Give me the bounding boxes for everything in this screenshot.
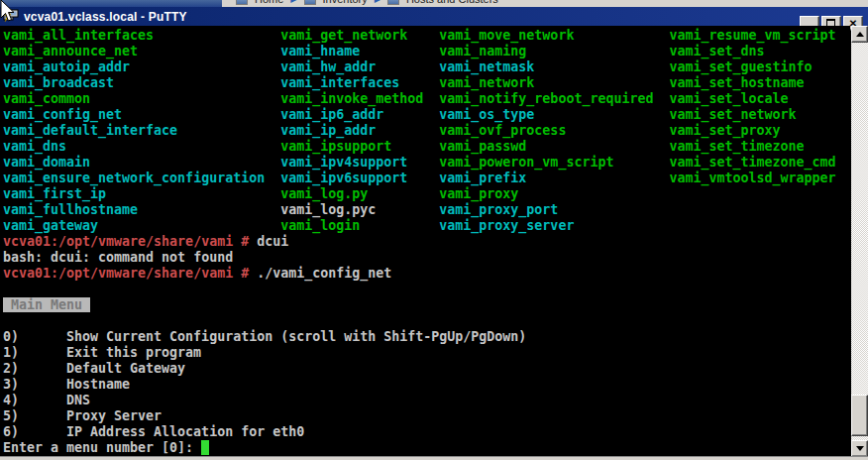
breadcrumb: Home ▶ Inventory ▶ Hosts and Clusters xyxy=(236,0,498,7)
terminal-text: vami_first_ip xyxy=(3,186,106,201)
terminal-text: vami_move_network xyxy=(439,28,574,43)
terminal-text: vami_autoip_addr xyxy=(3,59,130,74)
terminal-text: vami_set_timezone_cmd xyxy=(669,155,835,170)
terminal-text: vami_naming xyxy=(439,44,526,58)
breadcrumb-inventory[interactable]: Inventory xyxy=(323,0,368,5)
terminal-text: Default Gateway xyxy=(66,361,185,376)
scroll-down-button[interactable] xyxy=(851,440,868,457)
window-title: vcva01.vclass.local - PuTTY xyxy=(24,10,187,24)
terminal[interactable]: vami_all_interfacesvami_get_networkvami_… xyxy=(0,26,850,457)
terminal-text: vami_all_interfaces xyxy=(3,28,154,43)
terminal-text: vami_broadcast xyxy=(3,75,114,90)
terminal-text: vami_set_locale xyxy=(669,91,788,106)
terminal-text: Proxy Server xyxy=(66,408,162,423)
screen: Home ▶ Inventory ▶ Hosts and Clusters vc… xyxy=(0,0,868,460)
terminal-text: vami_interfaces xyxy=(280,75,399,90)
background-window-bottom-strip xyxy=(0,456,868,460)
terminal-text: vami_invoke_method xyxy=(280,91,423,106)
terminal-text: Show Current Configuration (scroll with … xyxy=(66,329,526,344)
terminal-text: vami_ipv6support xyxy=(280,171,407,185)
home-icon xyxy=(236,0,248,5)
breadcrumb-separator-icon: ▶ xyxy=(375,0,380,4)
terminal-text: 4) xyxy=(3,393,19,407)
terminal-text: vami_ipv4support xyxy=(280,155,407,170)
terminal-text: vami_set_dns xyxy=(669,44,764,58)
terminal-text: vami_default_interface xyxy=(3,123,177,138)
terminal-text: IP Address Allocation for eth0 xyxy=(66,424,304,439)
terminal-text: 1) xyxy=(3,345,19,360)
terminal-text: 5) xyxy=(3,408,19,423)
terminal-text: Hostname xyxy=(66,377,130,392)
terminal-text: vami_set_hostname xyxy=(669,75,804,90)
terminal-text: vami_set_timezone xyxy=(669,139,804,154)
terminal-text: vami_domain xyxy=(3,155,90,170)
terminal-text: vami_set_network xyxy=(669,107,796,122)
terminal-text: DNS xyxy=(66,393,90,407)
terminal-text: vami_ensure_network_configuration xyxy=(3,171,265,185)
hosts-clusters-icon xyxy=(387,0,399,5)
terminal-cursor xyxy=(201,440,209,455)
terminal-text: vami_network xyxy=(439,75,534,90)
terminal-text: vami_hname xyxy=(280,44,360,58)
terminal-text: vami_resume_vm_script xyxy=(669,28,835,43)
scroll-up-icon xyxy=(856,32,864,37)
terminal-text: 0) xyxy=(3,329,19,344)
background-window-top-strip: Home ▶ Inventory ▶ Hosts and Clusters xyxy=(0,0,868,7)
terminal-text: vami_fullhostname xyxy=(3,202,138,217)
inventory-icon xyxy=(304,0,316,5)
terminal-text: vami_gateway xyxy=(3,218,98,233)
terminal-text: vami_common xyxy=(3,91,90,106)
breadcrumb-hosts-and-clusters[interactable]: Hosts and Clusters xyxy=(406,0,498,5)
terminal-text: 3) xyxy=(3,377,19,392)
scrollbar-thumb[interactable] xyxy=(851,395,868,436)
terminal-text: vami_announce_net xyxy=(3,44,138,58)
scroll-up-button[interactable] xyxy=(851,26,868,43)
terminal-text: vami_vmtoolsd_wrapper xyxy=(669,171,835,185)
terminal-text: vcva01:/opt/vmware/share/vami # xyxy=(3,234,249,249)
terminal-text: vami_proxy_port xyxy=(439,202,558,217)
terminal-text: vami_ipsupport xyxy=(280,139,391,154)
terminal-text: Main Menu xyxy=(3,297,90,312)
terminal-text: vcva01:/opt/vmware/share/vami # xyxy=(3,266,249,281)
terminal-text: ./vami_config_net xyxy=(257,266,391,281)
terminal-text: dcui xyxy=(257,234,288,249)
terminal-text: bash: dcui: command not found xyxy=(3,250,233,265)
terminal-text: vami_proxy xyxy=(439,186,518,201)
putty-icon xyxy=(3,9,19,24)
terminal-text: vami_notify_reboot_required xyxy=(439,91,653,106)
breadcrumb-separator-icon: ▶ xyxy=(290,0,296,4)
terminal-text: vami_login xyxy=(280,218,360,233)
terminal-text: vami_ovf_process xyxy=(439,123,566,138)
terminal-text: 2) xyxy=(3,361,19,376)
terminal-text: vami_hw_addr xyxy=(280,59,376,74)
terminal-text: vami_log.pyc xyxy=(280,202,376,217)
terminal-text: vami_poweron_vm_script xyxy=(439,155,613,170)
background-window-titlebar-fragment xyxy=(0,0,222,7)
terminal-text: vami_ip6_addr xyxy=(280,107,383,122)
terminal-text: vami_proxy_server xyxy=(439,218,574,233)
terminal-text: vami_get_network xyxy=(280,28,407,43)
terminal-text: vami_prefix xyxy=(439,171,526,185)
terminal-text: vami_ip_addr xyxy=(280,123,376,138)
scroll-down-icon xyxy=(856,446,864,451)
terminal-text: vami_netmask xyxy=(439,59,534,74)
terminal-scrollbar[interactable] xyxy=(851,26,868,457)
terminal-text: 6) xyxy=(3,424,19,439)
terminal-text: vami_config_net xyxy=(3,107,122,122)
terminal-text: vami_os_type xyxy=(439,107,534,122)
terminal-text: vami_log.py xyxy=(280,186,368,201)
terminal-text: vami_set_proxy xyxy=(669,123,780,138)
putty-titlebar[interactable]: vcva01.vclass.local - PuTTY ✕ xyxy=(0,7,868,26)
terminal-text: vami_passwd xyxy=(439,139,526,154)
terminal-text: Enter a menu number [0]: xyxy=(3,440,193,455)
terminal-text: vami_set_guestinfo xyxy=(669,59,812,74)
breadcrumb-home[interactable]: Home xyxy=(255,0,283,5)
terminal-text: Exit this program xyxy=(66,345,201,360)
terminal-text: vami_dns xyxy=(3,139,66,154)
